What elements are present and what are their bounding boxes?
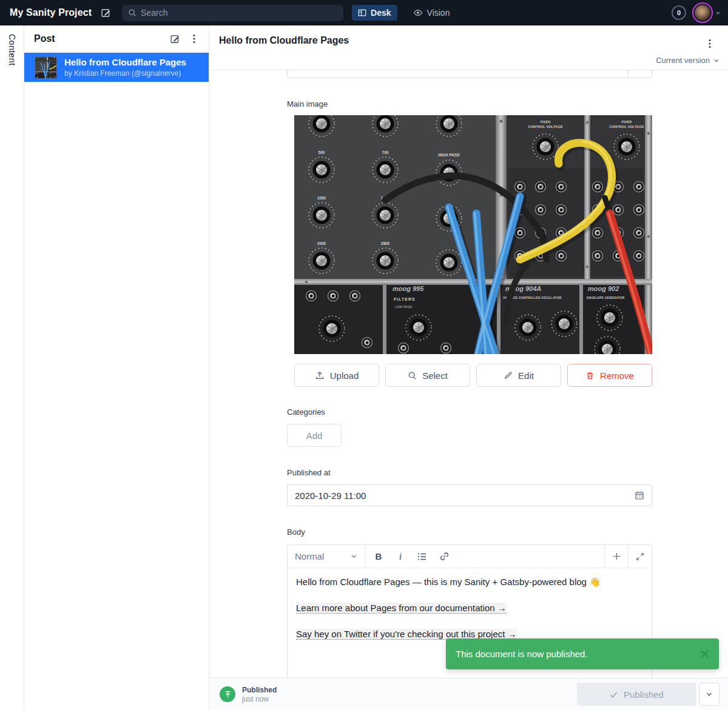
- footer-actions: Published: [577, 683, 720, 706]
- image-actions: Upload Select Edit: [294, 364, 652, 387]
- published-at-field: [287, 484, 652, 506]
- compose-icon: [101, 8, 111, 18]
- insert-button[interactable]: [604, 545, 628, 568]
- upload-button[interactable]: Upload: [294, 364, 379, 387]
- synth-freq-label: 2000: [317, 241, 326, 246]
- synth-filters-label: FILTERS: [394, 297, 416, 301]
- post-list-pane: Post Hello from Cloudflare Pages: [24, 25, 209, 710]
- tab-vision-label: Vision: [427, 8, 450, 18]
- published-at-label: Published at: [287, 468, 652, 477]
- bullet-list-icon: [417, 552, 427, 561]
- navbar: My Sanity Project Desk Vision 0: [0, 0, 728, 25]
- notifications-badge[interactable]: 0: [672, 5, 686, 20]
- main-image-preview[interactable]: 500 700 1000 1400 2000 2800 HIGH PASS: [294, 115, 652, 354]
- style-dropdown[interactable]: Normal: [288, 545, 365, 568]
- document-menu-button[interactable]: [700, 34, 720, 53]
- published-at-input[interactable]: [295, 491, 629, 501]
- italic-button[interactable]: i: [391, 548, 410, 566]
- publish-menu-button[interactable]: [699, 683, 720, 706]
- project-title: My Sanity Project: [10, 7, 92, 18]
- navbar-right: 0: [672, 2, 721, 23]
- add-category-button[interactable]: Add: [287, 424, 342, 447]
- format-buttons: B i: [365, 545, 604, 568]
- post-item-text: Hello from Cloudflare Pages by Kristian …: [64, 57, 186, 78]
- kebab-menu-icon: [193, 34, 195, 44]
- post-thumbnail: [35, 57, 56, 78]
- chevron-down-icon: [351, 553, 357, 560]
- editor-toolbar: Normal B i: [288, 545, 652, 568]
- calendar-icon[interactable]: [635, 491, 644, 500]
- select-button[interactable]: Select: [385, 364, 470, 387]
- document-title: Hello from Cloudflare Pages: [219, 34, 700, 46]
- synth-freq-label: 1000: [317, 196, 326, 200]
- version-label: Current version: [656, 56, 710, 65]
- search-input[interactable]: [141, 8, 337, 18]
- chevron-down-icon: [715, 10, 721, 16]
- synth-freq-label: 2800: [381, 241, 390, 246]
- link-button[interactable]: [434, 548, 454, 566]
- twitter-link[interactable]: Say hey on Twitter if you're checking ou…: [296, 629, 517, 640]
- compose-icon: [170, 34, 180, 44]
- new-document-button[interactable]: [96, 4, 115, 22]
- main-area: Content Post: [0, 25, 728, 710]
- pane-title: Post: [34, 33, 165, 44]
- slug-field-clipped: [287, 70, 652, 79]
- document-header: Hello from Cloudflare Pages Current vers…: [209, 25, 728, 70]
- user-menu[interactable]: [692, 2, 721, 23]
- create-post-button[interactable]: [165, 29, 184, 49]
- post-item-subtitle: by Kristian Freeman (@signalnerve): [64, 69, 186, 78]
- synth-photo: 500 700 1000 1400 2000 2800 HIGH PASS: [294, 115, 652, 354]
- synth-cv-label: CONTROL VOLTAGE: [528, 125, 562, 129]
- toast-message: This document is now published.: [456, 649, 700, 659]
- plus-icon: [612, 552, 621, 561]
- search-icon: [408, 371, 417, 380]
- global-search[interactable]: [122, 5, 343, 21]
- close-icon[interactable]: [700, 649, 709, 658]
- post-list-item-selected[interactable]: Hello from Cloudflare Pages by Kristian …: [24, 53, 209, 82]
- sidebar-content-strip[interactable]: Content: [0, 25, 24, 710]
- body-paragraph: Hello from Cloudflare Pages — this is my…: [296, 575, 643, 589]
- bullet-list-button[interactable]: [413, 548, 432, 566]
- trash-icon: [585, 371, 595, 380]
- check-icon: [609, 690, 618, 699]
- publish-toast: This document is now published.: [446, 638, 719, 669]
- post-item-title: Hello from Cloudflare Pages: [64, 57, 186, 69]
- desk-icon: [358, 8, 366, 17]
- kebab-menu-icon: [709, 39, 711, 49]
- synth-moog995-label: moog 995: [393, 285, 424, 292]
- tab-vision[interactable]: Vision: [407, 5, 456, 21]
- fullscreen-button[interactable]: [628, 545, 652, 568]
- bold-button[interactable]: B: [369, 548, 388, 566]
- pencil-icon: [504, 371, 513, 380]
- content-strip-label: Content: [7, 34, 17, 710]
- synth-freq-label: 700: [382, 150, 389, 155]
- remove-image-button[interactable]: Remove: [567, 364, 652, 387]
- synth-fixed-label: FIXED: [621, 120, 632, 124]
- version-selector[interactable]: Current version: [219, 56, 720, 65]
- edit-image-button[interactable]: Edit: [476, 364, 561, 387]
- tab-desk-label: Desk: [371, 8, 391, 18]
- post-pane-header: Post: [24, 25, 209, 53]
- avatar: [692, 2, 713, 23]
- synth-fixed-label: FIXED: [540, 120, 550, 124]
- tab-desk[interactable]: Desk: [352, 5, 397, 21]
- synth-moog902-label: moog 902: [588, 285, 619, 292]
- pane-menu-button[interactable]: [184, 29, 204, 49]
- search-icon: [128, 8, 136, 17]
- main-image-label: Main image: [287, 99, 652, 109]
- expand-icon: [636, 552, 644, 561]
- chevron-down-icon: [706, 691, 713, 698]
- slug-input[interactable]: [287, 70, 652, 78]
- upload-icon: [315, 370, 325, 380]
- publish-status-time: just now: [242, 695, 277, 703]
- docs-link[interactable]: Learn more about Pages from our document…: [296, 603, 507, 614]
- publish-button[interactable]: Published: [577, 683, 696, 706]
- link-icon: [440, 552, 449, 561]
- document-footer: Published just now Published: [209, 678, 728, 710]
- toolbar-right: [604, 545, 652, 568]
- categories-label: Categories: [287, 407, 652, 417]
- sanity-studio: My Sanity Project Desk Vision 0: [0, 0, 728, 710]
- eye-icon: [413, 8, 423, 18]
- published-status-icon: [220, 686, 235, 702]
- synth-envgen-label: ENVELOPE GENERATOR: [587, 296, 625, 300]
